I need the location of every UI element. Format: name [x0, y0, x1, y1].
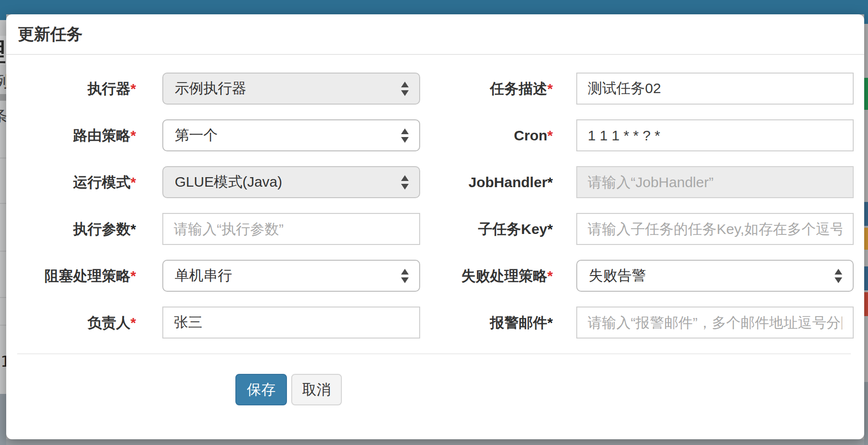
child-jobkey-input[interactable] — [576, 213, 854, 245]
executor-param-label: 执行参数* — [16, 213, 136, 245]
backdrop-band — [864, 250, 868, 266]
glue-type-select: GLUE模式(Java) — [162, 166, 420, 198]
backdrop-row-line — [0, 158, 6, 159]
backdrop-row-line — [0, 251, 6, 252]
alarm-email-label: 报警邮件* — [436, 307, 553, 339]
update-task-modal: 更新任务 执行器* 示例执行器 任务描述* 路由策略* 第一个 Cron* 运行… — [6, 14, 864, 439]
fail-strategy-label: 失败处理策略* — [436, 260, 553, 292]
page-header-bar — [0, 0, 868, 14]
backdrop-row-line — [0, 297, 6, 298]
select-arrows-icon — [401, 128, 409, 143]
job-handler-input — [576, 166, 854, 198]
block-strategy-label: 阻塞处理策略* — [16, 260, 136, 292]
backdrop-heading-fragment: 理 — [0, 36, 6, 69]
backdrop-blue-block — [864, 266, 868, 290]
cancel-button[interactable]: 取消 — [291, 374, 342, 405]
modal-title: 更新任务 — [18, 23, 83, 45]
backdrop-red-block — [864, 292, 868, 316]
required-mark: * — [547, 174, 553, 190]
executor-select: 示例执行器 — [162, 73, 420, 105]
backdrop-left-strip: 理 例 条 1 — [0, 14, 6, 445]
update-task-form: 执行器* 示例执行器 任务描述* 路由策略* 第一个 Cron* 运行模式* G… — [6, 55, 864, 339]
backdrop-band — [864, 24, 868, 78]
backdrop-bottom-band — [6, 439, 864, 445]
required-mark: * — [130, 127, 136, 143]
fail-strategy-select[interactable]: 失败告警 — [576, 260, 854, 292]
select-arrows-icon — [401, 81, 409, 96]
save-button[interactable]: 保存 — [235, 374, 287, 405]
backdrop-band — [0, 94, 6, 101]
select-arrows-icon — [401, 268, 409, 284]
backdrop-footer — [0, 394, 6, 445]
required-mark: * — [547, 81, 553, 96]
backdrop-row-line — [0, 203, 6, 204]
backdrop-band — [864, 316, 868, 382]
backdrop-header-corner — [0, 14, 6, 20]
block-strategy-select[interactable]: 单机串行 — [162, 260, 420, 292]
select-arrows-icon — [401, 175, 409, 190]
backdrop-orange-block — [864, 228, 868, 250]
executor-label: 执行器* — [16, 73, 136, 105]
required-mark: * — [547, 315, 553, 330]
select-arrows-icon — [835, 268, 842, 284]
cron-input[interactable] — [576, 119, 854, 151]
form-row: 运行模式* GLUE模式(Java) JobHandler* — [6, 166, 864, 198]
form-row: 负责人* 报警邮件* — [6, 307, 864, 339]
backdrop-footer — [864, 382, 868, 445]
backdrop-green-block — [864, 78, 868, 110]
job-desc-input[interactable] — [576, 73, 854, 105]
child-jobkey-label: 子任务Key* — [436, 213, 553, 245]
author-label: 负责人* — [16, 307, 136, 339]
form-row: 执行器* 示例执行器 任务描述* — [6, 73, 864, 105]
modal-footer: 保存 取消 — [6, 374, 864, 405]
route-strategy-label: 路由策略* — [16, 119, 136, 151]
author-input[interactable] — [162, 307, 420, 339]
required-mark: * — [130, 81, 136, 96]
backdrop-text-fragment: 例 — [0, 71, 6, 93]
backdrop-header-corner — [864, 0, 868, 24]
required-mark: * — [130, 268, 136, 284]
required-mark: * — [130, 315, 136, 330]
alarm-email-input[interactable] — [576, 307, 854, 339]
required-mark: * — [130, 174, 136, 190]
backdrop-number-fragment: 1 — [0, 352, 6, 371]
glue-type-label: 运行模式* — [16, 166, 136, 198]
backdrop-text-fragment: 条 — [0, 105, 6, 127]
route-strategy-select[interactable]: 第一个 — [162, 119, 420, 151]
form-row: 执行参数* 子任务Key* — [6, 213, 864, 245]
required-mark: * — [547, 221, 553, 237]
backdrop-blue-block — [864, 202, 868, 226]
cron-label: Cron* — [436, 119, 553, 151]
form-row: 阻塞处理策略* 单机串行 失败处理策略* 失败告警 — [6, 260, 864, 292]
backdrop-band — [864, 110, 868, 202]
job-handler-label: JobHandler* — [436, 166, 553, 198]
backdrop-right-strip — [864, 0, 868, 445]
required-mark: * — [547, 268, 553, 284]
required-mark: * — [547, 127, 553, 143]
modal-header: 更新任务 — [6, 14, 864, 55]
backdrop-row-line — [0, 325, 6, 326]
form-row: 路由策略* 第一个 Cron* — [6, 119, 864, 151]
required-mark: * — [130, 221, 136, 237]
job-desc-label: 任务描述* — [436, 73, 553, 105]
footer-divider — [17, 353, 851, 354]
executor-param-input[interactable] — [162, 213, 420, 245]
